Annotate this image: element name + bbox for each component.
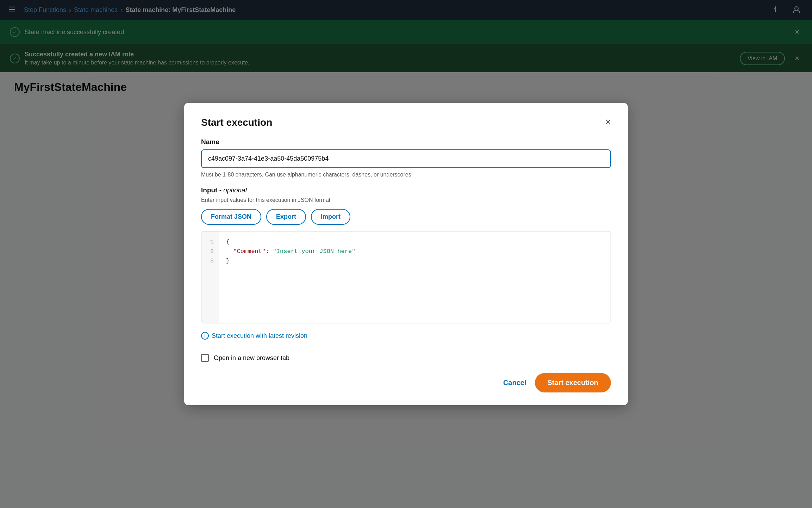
code-content-area[interactable]: { "Comment": "Insert your JSON here" } xyxy=(219,231,611,323)
info-link-text: Start execution with latest revision xyxy=(212,332,307,340)
code-line-1: { xyxy=(226,238,230,245)
name-field-hint: Must be 1-80 characters. Can use alphanu… xyxy=(201,172,611,178)
input-optional-section: Input - optional Enter input values for … xyxy=(201,186,611,323)
code-line-numbers: 123 xyxy=(201,231,219,323)
name-field-section: Name Must be 1-80 characters. Can use al… xyxy=(201,138,611,178)
checkbox-label: Open in a new browser tab xyxy=(214,354,289,362)
modal-title: Start execution xyxy=(201,117,272,128)
checkbox-row: Open in a new browser tab xyxy=(201,354,611,362)
action-buttons-row: Format JSON Export Import xyxy=(201,209,611,225)
start-execution-button[interactable]: Start execution xyxy=(535,373,611,392)
code-editor[interactable]: 123 { "Comment": "Insert your JSON here"… xyxy=(201,231,611,323)
start-execution-modal: Start execution × Name Must be 1-80 char… xyxy=(184,103,628,405)
name-input[interactable] xyxy=(201,149,611,168)
modal-backdrop: Start execution × Name Must be 1-80 char… xyxy=(0,0,812,508)
modal-close-button[interactable]: × xyxy=(605,117,611,127)
info-link-latest-revision[interactable]: i Start execution with latest revision xyxy=(201,332,611,340)
open-new-tab-checkbox[interactable] xyxy=(201,354,209,362)
import-button[interactable]: Import xyxy=(311,209,350,225)
input-section-hint: Enter input values for this execution in… xyxy=(201,197,611,203)
format-json-button[interactable]: Format JSON xyxy=(201,209,261,225)
cancel-button[interactable]: Cancel xyxy=(503,379,526,387)
code-line-3: } xyxy=(226,258,230,264)
name-field-label: Name xyxy=(201,138,611,146)
export-button[interactable]: Export xyxy=(266,209,306,225)
modal-divider xyxy=(201,347,611,347)
modal-header: Start execution × xyxy=(201,117,611,128)
code-line-2: "Comment": "Insert your JSON here" xyxy=(226,248,355,255)
modal-footer: Cancel Start execution xyxy=(201,373,611,392)
info-link-icon: i xyxy=(201,332,209,340)
input-section-title: Input - optional xyxy=(201,186,611,194)
